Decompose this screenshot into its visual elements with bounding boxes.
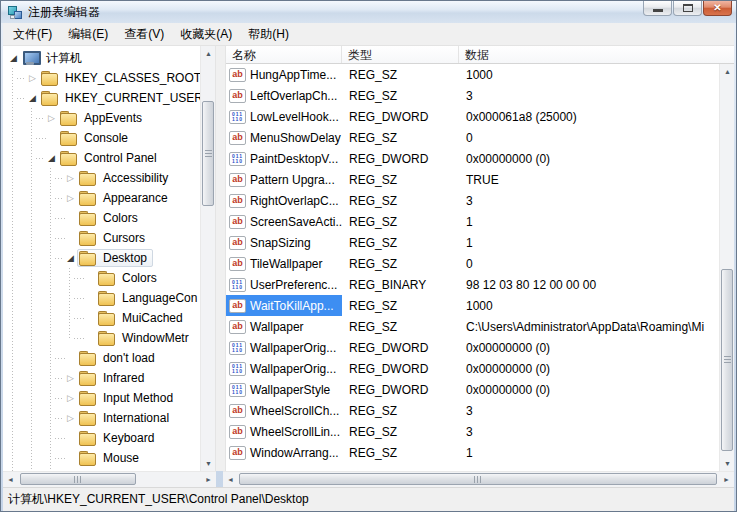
tree-vscroll-thumb[interactable] xyxy=(202,101,214,206)
menu-item-help[interactable]: 帮助(H) xyxy=(240,23,297,45)
tree-item[interactable]: Cursors xyxy=(3,228,200,248)
table-row[interactable]: ab ScreenSaveActi... REG_SZ 1 xyxy=(226,211,719,232)
table-row[interactable]: ab RightOverlapC... REG_SZ 3 xyxy=(226,190,719,211)
table-row[interactable]: ab Wallpaper REG_SZ C:\Users\Administrat… xyxy=(226,316,719,337)
value-name-cell[interactable]: ab WindowArrang... xyxy=(226,442,342,463)
table-row[interactable]: 011 110 WallpaperOrig... REG_DWORD 0x000… xyxy=(226,337,719,358)
tree-item[interactable]: Colors xyxy=(3,208,200,228)
expander-icon[interactable]: ▷ xyxy=(64,373,77,383)
value-name-cell[interactable]: 011 110 UserPreferenc... xyxy=(226,274,342,295)
expander-icon[interactable]: ◢ xyxy=(64,253,77,263)
expander-icon[interactable]: ▷ xyxy=(64,173,77,183)
value-name-cell[interactable]: ab TileWallpaper xyxy=(226,253,342,274)
table-row[interactable]: 011 110 WallpaperStyle REG_DWORD 0x00000… xyxy=(226,379,719,400)
list-hscroll-thumb[interactable] xyxy=(239,473,717,485)
menu-item-favorites[interactable]: 收藏夹(A) xyxy=(172,23,240,45)
column-header-name[interactable]: 名称 xyxy=(226,46,342,63)
scroll-down-icon[interactable]: ▼ xyxy=(201,456,216,471)
scroll-down-icon[interactable]: ▼ xyxy=(720,456,734,471)
table-row[interactable]: ab HungAppTime... REG_SZ 1000 xyxy=(226,64,719,85)
table-row[interactable]: ab MenuShowDelay REG_SZ 0 xyxy=(226,127,719,148)
tree-item[interactable]: ◢ HKEY_CURRENT_USER xyxy=(3,88,200,108)
tree-horizontal-scrollbar[interactable]: ◄ ► xyxy=(3,471,216,487)
expander-icon[interactable]: ▷ xyxy=(64,413,77,423)
value-name-cell[interactable]: 011 110 WallpaperOrig... xyxy=(226,337,342,358)
expander-icon[interactable]: ◢ xyxy=(45,153,58,163)
expander-icon[interactable]: ▷ xyxy=(64,393,77,403)
tree-item[interactable]: Keyboard xyxy=(3,428,200,448)
tree-item[interactable]: ▷ Infrared xyxy=(3,368,200,388)
scroll-right-icon[interactable]: ► xyxy=(719,472,734,487)
list-vertical-scrollbar[interactable]: ▲ ▼ xyxy=(719,64,734,471)
expander-icon[interactable]: ▷ xyxy=(64,193,77,203)
expander-icon[interactable]: ◢ xyxy=(26,93,39,103)
value-name-cell[interactable]: ab WheelScrollLin... xyxy=(226,421,342,442)
scroll-left-icon[interactable]: ◄ xyxy=(3,472,18,487)
tree-item[interactable]: ▷ AppEvents xyxy=(3,108,200,128)
close-button[interactable]: ✕ xyxy=(703,1,732,16)
value-name-cell[interactable]: 011 110 PaintDesktopV... xyxy=(226,148,342,169)
column-header-data[interactable]: 数据 xyxy=(459,46,734,63)
table-row[interactable]: 011 110 PaintDesktopV... REG_DWORD 0x000… xyxy=(226,148,719,169)
tree-item[interactable]: ▷ International xyxy=(3,408,200,428)
value-name-cell[interactable]: ab Pattern Upgra... xyxy=(226,169,342,190)
value-name-cell[interactable]: ab WheelScrollCh... xyxy=(226,400,342,421)
reg-sz-icon: ab xyxy=(229,446,246,460)
value-name-cell[interactable]: ab LeftOverlapCh... xyxy=(226,85,342,106)
maximize-button[interactable] xyxy=(673,1,702,16)
value-name-cell[interactable]: ab SnapSizing xyxy=(226,232,342,253)
scroll-up-icon[interactable]: ▲ xyxy=(720,64,734,79)
value-name-cell[interactable]: ab HungAppTime... xyxy=(226,64,342,85)
table-row[interactable]: ab Pattern Upgra... REG_SZ TRUE xyxy=(226,169,719,190)
title-bar[interactable]: 注册表编辑器 ✕ xyxy=(1,1,736,23)
tree-item[interactable]: Console xyxy=(3,128,200,148)
expander-icon[interactable]: ◢ xyxy=(7,53,20,63)
value-name-cell[interactable]: 011 110 LowLevelHook... xyxy=(226,106,342,127)
value-name-cell[interactable]: ab RightOverlapC... xyxy=(226,190,342,211)
tree-vertical-scrollbar[interactable]: ▲ ▼ xyxy=(200,46,215,471)
scroll-right-icon[interactable]: ► xyxy=(201,472,216,487)
tree-item[interactable]: Mouse xyxy=(3,448,200,468)
list-vscroll-thumb[interactable] xyxy=(721,269,733,451)
column-header-type[interactable]: 类型 xyxy=(342,46,459,63)
value-name-cell[interactable]: ab ScreenSaveActi... xyxy=(226,211,342,232)
scroll-left-icon[interactable]: ◄ xyxy=(223,472,238,487)
table-row[interactable]: 011 110 WallpaperOrig... REG_DWORD 0x000… xyxy=(226,358,719,379)
value-name-cell[interactable]: 011 110 WallpaperStyle xyxy=(226,379,342,400)
value-type-cell: REG_SZ xyxy=(342,215,459,229)
expander-icon[interactable]: ▷ xyxy=(26,73,39,83)
table-row[interactable]: ab LeftOverlapCh... REG_SZ 3 xyxy=(226,85,719,106)
tree-item[interactable]: WindowMetr xyxy=(3,328,200,348)
tree-item[interactable]: don't load xyxy=(3,348,200,368)
tree-item[interactable]: ▷ HKEY_CLASSES_ROOT xyxy=(3,68,200,88)
tree-item[interactable]: ▷ Appearance xyxy=(3,188,200,208)
table-row[interactable]: 011 110 LowLevelHook... REG_DWORD 0x0000… xyxy=(226,106,719,127)
tree-item[interactable]: ▷ Input Method xyxy=(3,388,200,408)
menu-item-edit[interactable]: 编辑(E) xyxy=(60,23,116,45)
table-row[interactable]: ab WindowArrang... REG_SZ 1 xyxy=(226,442,719,463)
tree-item[interactable]: MuiCached xyxy=(3,308,200,328)
expander-icon[interactable]: ▷ xyxy=(45,113,58,123)
scroll-up-icon[interactable]: ▲ xyxy=(201,46,216,61)
tree-hscroll-thumb[interactable] xyxy=(20,473,136,485)
table-row[interactable]: ab WheelScrollCh... REG_SZ 3 xyxy=(226,400,719,421)
tree-item[interactable]: LanguageCon xyxy=(3,288,200,308)
value-name-cell[interactable]: ab Wallpaper xyxy=(226,316,342,337)
table-row[interactable]: ab SnapSizing REG_SZ 1 xyxy=(226,232,719,253)
table-row[interactable]: ab WheelScrollLin... REG_SZ 3 xyxy=(226,421,719,442)
minimize-button[interactable] xyxy=(643,1,672,16)
tree-item[interactable]: Colors xyxy=(3,268,200,288)
table-row[interactable]: 011 110 UserPreferenc... REG_BINARY 98 1… xyxy=(226,274,719,295)
tree-item[interactable]: ◢ Desktop xyxy=(3,248,200,268)
menu-item-view[interactable]: 查看(V) xyxy=(116,23,172,45)
tree-item[interactable]: ▷ Accessibility xyxy=(3,168,200,188)
menu-item-file[interactable]: 文件(F) xyxy=(5,23,60,45)
value-name-cell[interactable]: ab MenuShowDelay xyxy=(226,127,342,148)
value-name-cell[interactable]: ab WaitToKillApp... xyxy=(226,295,342,316)
tree-item[interactable]: ◢ Control Panel xyxy=(3,148,200,168)
table-row[interactable]: ab TileWallpaper REG_SZ 0 xyxy=(226,253,719,274)
table-row[interactable]: ab WaitToKillApp... REG_SZ 1000 xyxy=(226,295,719,316)
list-horizontal-scrollbar[interactable]: ◄ ► xyxy=(223,471,734,487)
tree-item[interactable]: ◢ 计算机 xyxy=(3,48,200,68)
value-name-cell[interactable]: 011 110 WallpaperOrig... xyxy=(226,358,342,379)
